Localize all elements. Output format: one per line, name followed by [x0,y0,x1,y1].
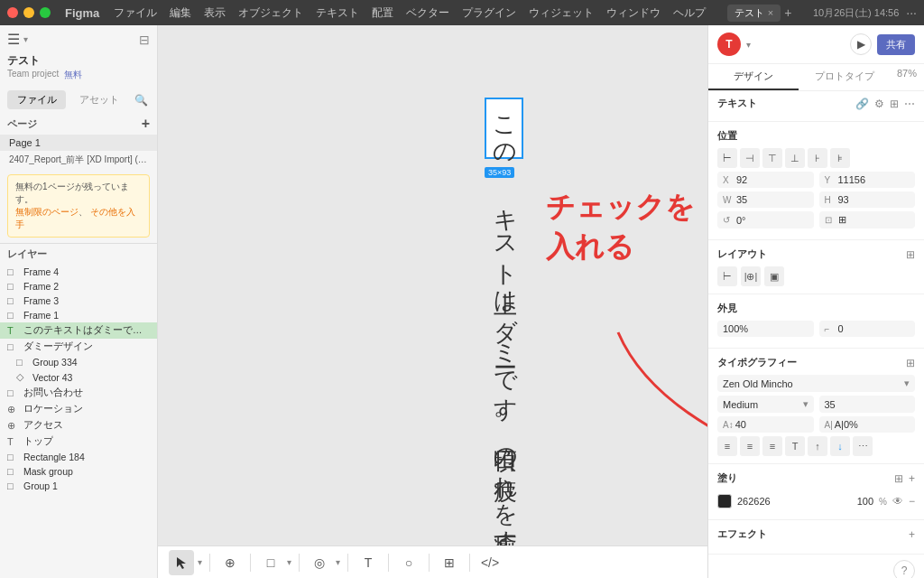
opacity-field[interactable]: 100% [717,321,814,337]
layers-icon[interactable]: ☰ [7,31,20,48]
tab-close-icon[interactable]: × [768,7,773,18]
selected-text[interactable]: この [485,98,523,159]
tab-prototype[interactable]: プロトタイプ [799,64,889,90]
layer-mask-group[interactable]: □ Mask group [0,464,157,479]
font-size-field[interactable]: 35 [819,396,916,413]
component-tool[interactable]: ⊞ [437,550,462,575]
page-1[interactable]: Page 1 [0,135,157,151]
add-page-icon[interactable]: + [142,117,150,131]
shape-tool[interactable]: ○ [396,550,421,575]
corner-field[interactable]: ⌐ 0 [819,321,916,337]
layer-group334[interactable]: □ Group 334 [0,355,157,369]
share-button[interactable]: 共有 [877,34,915,55]
layer-frame4[interactable]: □ Frame 4 [0,265,157,279]
x-field[interactable]: X 92 [717,172,814,188]
align-left[interactable]: ⊢ [717,148,737,168]
rect-tool-arrow[interactable]: ▾ [287,557,291,567]
asset-tab[interactable]: アセット [69,90,128,109]
zoom-display[interactable]: 87% [890,64,924,90]
layer-contact[interactable]: □ お問い合わせ [0,385,157,401]
more-icon[interactable]: ⋯ [904,98,915,110]
text-vertical-option[interactable]: ⋯ [853,436,873,456]
line-height-field[interactable]: A↕ 40 [717,416,814,433]
menu-widgets[interactable]: ウィジェット [529,5,594,21]
w-field[interactable]: W 35 [717,191,814,208]
sidebar-toggle-icon[interactable]: ⊟ [139,33,150,47]
settings-icon[interactable]: ⚙ [874,98,884,110]
color-swatch[interactable] [717,494,732,508]
layer-dummy-design[interactable]: □ ダミーデザイン [0,339,157,355]
color-opacity[interactable]: 100 [857,496,873,507]
select-tool[interactable] [169,550,194,575]
eye-icon[interactable]: 👁 [892,495,903,508]
fill-add-icon[interactable]: + [909,472,915,485]
help-button[interactable]: ? [893,560,915,578]
link-icon[interactable]: 🔗 [855,98,869,110]
text-vertical-bottom[interactable]: ↓ [830,436,850,456]
tab-test[interactable]: テスト × [727,5,781,22]
more-icon[interactable]: ··· [906,5,917,20]
pen-tool-arrow[interactable]: ▾ [336,557,340,567]
tab-design[interactable]: デザイン [708,64,799,90]
layer-group1[interactable]: □ Group 1 [0,479,157,493]
expand-icon[interactable]: ▾ [23,34,28,44]
canvas-area[interactable]: この 35×93 キスト上はダミーです。日頃の疲れを癒す チェックを入れる [158,25,707,545]
typography-options-icon[interactable]: ⊞ [906,357,915,369]
text-align-left[interactable]: ≡ [717,436,737,456]
close-button[interactable] [7,7,18,18]
fill-options-icon[interactable]: ⊞ [894,472,903,485]
layout-options-icon[interactable]: ⊞ [906,248,915,261]
fill-remove-icon[interactable]: − [909,495,915,508]
maximize-button[interactable] [40,7,51,18]
layer-frame3[interactable]: □ Frame 3 [0,294,157,308]
menu-plugins[interactable]: プラグイン [462,5,516,21]
layer-rect184[interactable]: □ Rectangle 184 [0,450,157,464]
layer-access[interactable]: ⊕ アクセス [0,417,157,434]
preview-button[interactable]: ▶ [850,33,872,55]
menu-arrange[interactable]: 配置 [372,5,393,21]
layout-fill[interactable]: ▣ [764,266,784,286]
align-bottom[interactable]: ⊧ [830,148,850,168]
constraint-field[interactable]: ⊡ ⊞ [819,211,916,228]
layout-icon[interactable]: ⊞ [890,98,899,110]
menu-view[interactable]: 表示 [204,5,226,21]
minimize-button[interactable] [23,7,34,18]
letter-spacing-field[interactable]: A| A|0% [819,416,916,433]
file-tab[interactable]: ファイル [7,90,66,109]
text-tool[interactable]: T [356,550,381,575]
h-field[interactable]: H 93 [819,191,916,208]
text-align-right[interactable]: ≡ [762,436,782,456]
layout-center[interactable]: |⊕| [741,266,761,286]
y-field[interactable]: Y 11156 [819,172,916,188]
font-weight-field[interactable]: Medium ▾ [717,396,814,413]
align-center-v[interactable]: ⊦ [808,148,827,168]
code-tool[interactable]: </> [477,550,503,575]
free-notice-link1[interactable]: 無制限のページ [15,207,79,217]
page-2[interactable]: 2407_Report_前半 [XD Import] (30-Ju... [0,151,157,169]
text-align-center[interactable]: ≡ [740,436,760,456]
layer-frame1[interactable]: □ Frame 1 [0,308,157,322]
layer-vector43[interactable]: ◇ Vector 43 [0,369,157,385]
align-top[interactable]: ⊥ [785,148,805,168]
menu-edit[interactable]: 編集 [170,5,191,21]
text-vertical-top[interactable]: T [785,436,805,456]
align-right[interactable]: ⊤ [762,148,782,168]
color-value[interactable]: 262626 [737,496,852,507]
menu-text[interactable]: テキスト [316,5,359,21]
layer-text-main[interactable]: T このテキストはダミーです。日頃の... [0,322,157,339]
frame-tool[interactable]: ⊕ [217,550,243,575]
search-button[interactable]: 🔍 [132,91,150,109]
rect-tool[interactable]: □ [258,550,283,575]
layer-frame2[interactable]: □ Frame 2 [0,279,157,294]
avatar-arrow[interactable]: ▾ [746,40,751,50]
font-family-row[interactable]: Zen Old Mincho ▾ [717,375,915,392]
tab-add-icon[interactable]: + [784,5,791,20]
layer-top[interactable]: T トップ [0,434,157,450]
menu-vector[interactable]: ベクター [406,5,449,21]
pen-tool[interactable]: ◎ [307,550,332,575]
effects-add-icon[interactable]: + [909,528,915,541]
menu-help[interactable]: ヘルプ [673,5,706,21]
menu-window[interactable]: ウィンドウ [606,5,661,21]
select-tool-arrow[interactable]: ▾ [198,557,202,567]
menu-object[interactable]: オブジェクト [238,5,303,21]
